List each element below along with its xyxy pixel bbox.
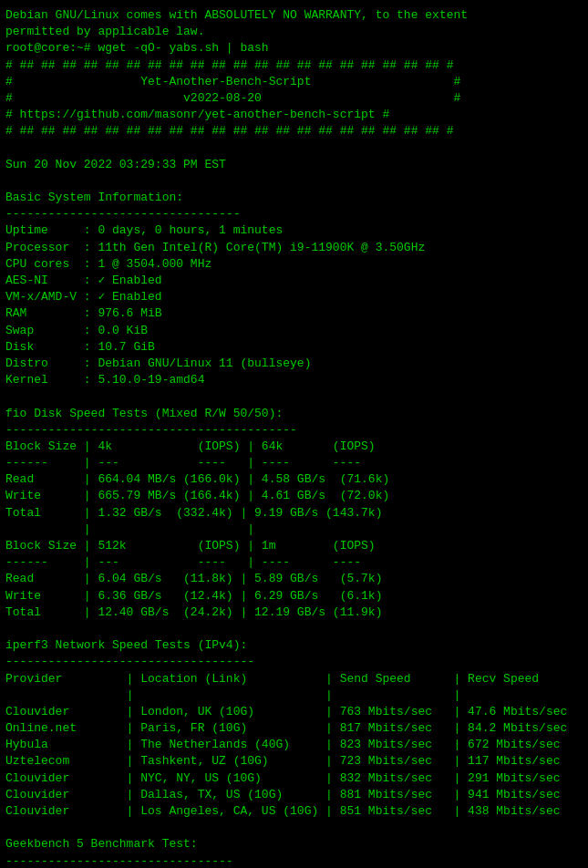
terminal-output: Debian GNU/Linux comes with ABSOLUTELY N…	[5, 7, 583, 868]
